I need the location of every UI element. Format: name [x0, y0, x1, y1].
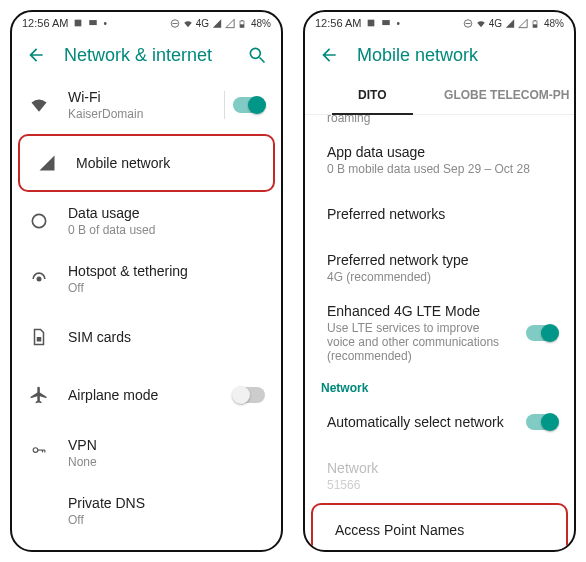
row-label: Airplane mode — [68, 387, 215, 403]
row-sub: Connect to data services when roaming — [327, 115, 508, 125]
tab-globe[interactable]: GLOBE TELECOM-PH — [440, 76, 575, 114]
settings-list: Wi-Fi KaiserDomain Mobile network Data u… — [12, 76, 281, 550]
phone-network-internet: 12:56 AM • 4G 48% Network & internet Wi — [10, 10, 283, 552]
row-label: Wi-Fi — [68, 89, 206, 105]
more-notifications: • — [396, 18, 400, 29]
network-type-label: 4G — [196, 18, 209, 29]
search-icon[interactable] — [247, 45, 267, 65]
lte-toggle[interactable] — [526, 325, 558, 341]
svg-rect-6 — [241, 20, 243, 21]
app-bar: Mobile network — [305, 34, 574, 76]
row-wifi[interactable]: Wi-Fi KaiserDomain — [12, 76, 281, 134]
svg-rect-1 — [90, 20, 98, 25]
svg-rect-11 — [37, 337, 42, 342]
row-private-dns[interactable]: Private DNS Off — [12, 482, 281, 540]
message-icon — [88, 18, 98, 28]
message-icon — [381, 18, 391, 28]
page-title: Network & internet — [64, 45, 229, 66]
row-label: Automatically select network — [327, 414, 508, 430]
row-label: SIM cards — [68, 329, 265, 345]
row-label: Preferred network type — [327, 252, 558, 268]
svg-rect-22 — [534, 20, 536, 21]
status-time: 12:56 AM — [315, 17, 361, 29]
row-sub: 0 B of data used — [68, 223, 265, 237]
signal-icon — [505, 18, 515, 28]
battery-percent: 48% — [544, 18, 564, 29]
svg-rect-0 — [75, 20, 82, 27]
svg-point-9 — [32, 214, 45, 227]
row-hotspot[interactable]: Hotspot & tethering Off — [12, 250, 281, 308]
row-sub: Off — [68, 281, 265, 295]
svg-point-7 — [250, 48, 260, 58]
section-network: Network — [305, 371, 574, 395]
row-sub: None — [68, 455, 265, 469]
row-mobile-network[interactable]: Mobile network — [18, 134, 275, 192]
page-title: Mobile network — [357, 45, 560, 66]
row-sub: Off — [68, 513, 265, 527]
row-label: Network — [327, 460, 558, 476]
auto-network-toggle[interactable] — [526, 414, 558, 430]
screenshot-icon — [366, 18, 376, 28]
battery-icon — [531, 18, 541, 28]
row-sub: Use LTE services to improve voice and ot… — [327, 321, 508, 363]
network-type-label: 4G — [489, 18, 502, 29]
app-bar: Network & internet — [12, 34, 281, 76]
row-app-data-usage[interactable]: App data usage 0 B mobile data used Sep … — [305, 133, 574, 187]
row-airplane[interactable]: Airplane mode — [12, 366, 281, 424]
row-auto-select-network[interactable]: Automatically select network — [305, 395, 574, 449]
row-enhanced-lte[interactable]: Enhanced 4G LTE Mode Use LTE services to… — [305, 295, 574, 371]
wifi-icon — [28, 95, 50, 115]
row-sub: KaiserDomain — [68, 107, 206, 121]
row-preferred-network-type[interactable]: Preferred network type 4G (recommended) — [305, 241, 574, 295]
row-label: Hotspot & tethering — [68, 263, 265, 279]
signal-empty-icon — [225, 18, 235, 28]
row-label: Private DNS — [68, 495, 265, 511]
svg-rect-5 — [240, 24, 244, 27]
row-data-usage[interactable]: Data usage 0 B of data used — [12, 192, 281, 250]
screenshot-icon — [73, 18, 83, 28]
more-notifications: • — [103, 18, 107, 29]
wifi-icon — [183, 18, 193, 28]
back-icon[interactable] — [26, 45, 46, 65]
row-sim-cards[interactable]: SIM cards — [12, 308, 281, 366]
sim-icon — [28, 328, 50, 346]
row-label: App data usage — [327, 144, 558, 160]
battery-percent: 48% — [251, 18, 271, 29]
wifi-icon — [476, 18, 486, 28]
data-usage-icon — [28, 211, 50, 231]
hotspot-icon — [28, 269, 50, 289]
row-label: Mobile network — [76, 155, 257, 171]
signal-icon — [36, 154, 58, 172]
phone-mobile-network: 12:56 AM • 4G 48% Mobile network DITO GL… — [303, 10, 576, 552]
row-sub: 4G (recommended) — [327, 270, 558, 284]
airplane-toggle[interactable] — [233, 387, 265, 403]
status-bar: 12:56 AM • 4G 48% — [305, 12, 574, 34]
settings-scroll[interactable]: Roaming Connect to data services when ro… — [305, 115, 574, 550]
tab-dito[interactable]: DITO — [305, 76, 440, 114]
status-bar: 12:56 AM • 4G 48% — [12, 12, 281, 34]
back-icon[interactable] — [319, 45, 339, 65]
airplane-icon — [28, 385, 50, 405]
row-preferred-networks[interactable]: Preferred networks — [305, 187, 574, 241]
row-apn[interactable]: Access Point Names — [311, 503, 568, 550]
row-sub: 51566 — [327, 478, 558, 492]
row-vpn[interactable]: VPN None — [12, 424, 281, 482]
svg-rect-16 — [368, 20, 375, 27]
row-network-id: Network 51566 — [305, 449, 574, 503]
svg-rect-21 — [533, 24, 537, 27]
svg-rect-17 — [383, 20, 391, 25]
svg-point-12 — [33, 448, 38, 453]
signal-empty-icon — [518, 18, 528, 28]
row-roaming[interactable]: Roaming Connect to data services when ro… — [305, 115, 574, 133]
row-label: Data usage — [68, 205, 265, 221]
row-label: Preferred networks — [327, 206, 558, 222]
battery-icon — [238, 18, 248, 28]
signal-icon — [212, 18, 222, 28]
row-sub: 0 B mobile data used Sep 29 – Oct 28 — [327, 162, 558, 176]
svg-line-8 — [260, 58, 265, 63]
status-time: 12:56 AM — [22, 17, 68, 29]
vpn-key-icon — [28, 446, 50, 460]
dnd-icon — [170, 18, 180, 28]
wifi-toggle[interactable] — [233, 97, 265, 113]
svg-point-10 — [37, 277, 42, 282]
